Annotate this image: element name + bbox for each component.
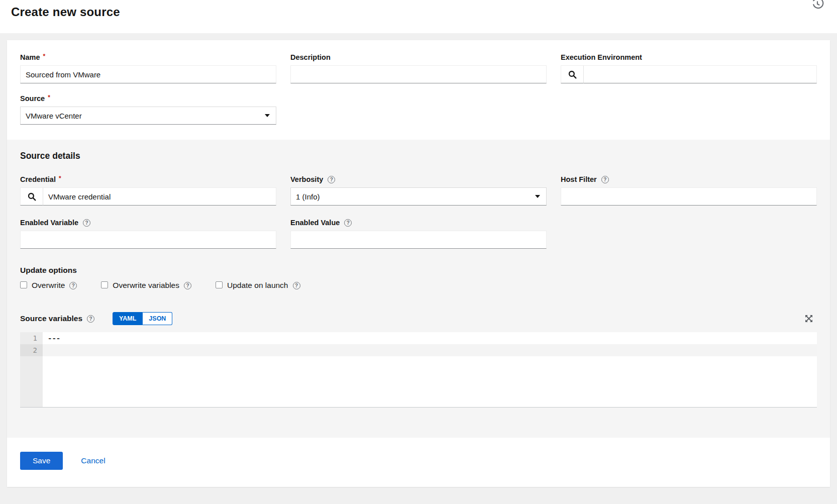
credential-field-group: Credential * bbox=[20, 175, 276, 206]
required-asterisk: * bbox=[59, 175, 61, 182]
description-label: Description bbox=[290, 53, 547, 61]
enabled-variable-input[interactable] bbox=[20, 231, 276, 249]
line-number: 1 bbox=[20, 332, 43, 344]
search-icon bbox=[28, 192, 36, 201]
form-top-section: Name * Description Execution Environment bbox=[7, 40, 830, 140]
credential-input[interactable] bbox=[43, 187, 276, 206]
chevron-down-icon bbox=[265, 114, 270, 117]
source-select[interactable]: VMware vCenter bbox=[20, 107, 276, 125]
verbosity-label: Verbosity bbox=[290, 175, 547, 183]
execution-environment-field-group: Execution Environment bbox=[561, 53, 817, 83]
help-icon[interactable] bbox=[83, 219, 90, 227]
page-title: Create new source bbox=[11, 5, 825, 19]
help-icon[interactable] bbox=[184, 282, 191, 289]
required-asterisk: * bbox=[43, 53, 46, 60]
host-filter-input[interactable] bbox=[561, 187, 817, 206]
execution-environment-label: Execution Environment bbox=[561, 53, 817, 61]
description-field-group: Description bbox=[290, 53, 547, 83]
editor-line-numbers: 1 2 bbox=[20, 332, 43, 407]
help-icon[interactable] bbox=[293, 282, 300, 289]
source-details-section: Source details Credential * bbox=[7, 140, 830, 438]
search-icon bbox=[568, 70, 577, 79]
overwrite-variables-checkbox-label: Overwrite variables bbox=[113, 281, 191, 290]
help-icon[interactable] bbox=[69, 282, 77, 289]
required-asterisk: * bbox=[48, 94, 50, 101]
update-on-launch-checkbox-label: Update on launch bbox=[227, 281, 300, 290]
update-on-launch-checkbox[interactable] bbox=[216, 281, 223, 288]
credential-search-button[interactable] bbox=[20, 187, 43, 206]
credential-label: Credential * bbox=[20, 175, 276, 183]
name-label: Name * bbox=[20, 53, 276, 61]
line-number: 2 bbox=[20, 344, 43, 356]
create-source-form-card: Name * Description Execution Environment bbox=[7, 40, 830, 487]
save-button[interactable]: Save bbox=[20, 452, 63, 470]
source-label: Source * bbox=[20, 94, 276, 103]
overwrite-checkbox-label: Overwrite bbox=[32, 281, 77, 290]
page-header: Create new source bbox=[0, 0, 837, 33]
overwrite-checkbox-item: Overwrite bbox=[20, 281, 77, 290]
variables-mode-toggle: YAML JSON bbox=[113, 312, 172, 325]
description-input[interactable] bbox=[290, 65, 547, 83]
cancel-button[interactable]: Cancel bbox=[81, 456, 105, 465]
overwrite-variables-checkbox[interactable] bbox=[101, 281, 108, 288]
source-select-value: VMware vCenter bbox=[26, 112, 82, 120]
expand-icon[interactable] bbox=[804, 313, 815, 324]
code-line bbox=[43, 344, 817, 356]
chevron-down-icon bbox=[535, 195, 540, 198]
enabled-value-field-group: Enabled Value bbox=[290, 219, 547, 249]
execution-environment-search-button[interactable] bbox=[561, 65, 584, 83]
enabled-value-label: Enabled Value bbox=[290, 219, 547, 227]
source-variables-editor[interactable]: 1 2 --- bbox=[20, 332, 817, 408]
update-on-launch-checkbox-item: Update on launch bbox=[216, 281, 300, 290]
enabled-variable-label: Enabled Variable bbox=[20, 219, 276, 227]
name-input[interactable] bbox=[20, 65, 276, 83]
source-variables-label: Source variables bbox=[20, 314, 94, 323]
source-details-heading: Source details bbox=[20, 151, 817, 161]
code-line: --- bbox=[43, 332, 817, 344]
help-icon[interactable] bbox=[344, 219, 352, 227]
overwrite-checkbox[interactable] bbox=[20, 281, 27, 288]
verbosity-field-group: Verbosity 1 (Info) bbox=[290, 175, 547, 206]
execution-environment-input[interactable] bbox=[584, 65, 817, 83]
enabled-variable-field-group: Enabled Variable bbox=[20, 219, 276, 249]
editor-content[interactable]: --- bbox=[43, 332, 817, 407]
form-actions: Save Cancel bbox=[7, 438, 830, 487]
json-toggle-button[interactable]: JSON bbox=[143, 312, 172, 325]
update-options-heading: Update options bbox=[20, 266, 817, 275]
yaml-toggle-button[interactable]: YAML bbox=[113, 312, 143, 325]
host-filter-field-group: Host Filter bbox=[561, 175, 817, 206]
name-field-group: Name * bbox=[20, 53, 276, 83]
overwrite-variables-checkbox-item: Overwrite variables bbox=[101, 281, 191, 290]
help-icon[interactable] bbox=[328, 176, 335, 183]
source-field-group: Source * VMware vCenter bbox=[20, 94, 276, 125]
enabled-value-input[interactable] bbox=[290, 231, 547, 249]
host-filter-label: Host Filter bbox=[561, 175, 817, 183]
verbosity-select-value: 1 (Info) bbox=[296, 192, 320, 201]
verbosity-select[interactable]: 1 (Info) bbox=[290, 187, 547, 206]
history-icon[interactable] bbox=[811, 0, 824, 10]
help-icon[interactable] bbox=[87, 315, 94, 323]
help-icon[interactable] bbox=[601, 176, 609, 183]
